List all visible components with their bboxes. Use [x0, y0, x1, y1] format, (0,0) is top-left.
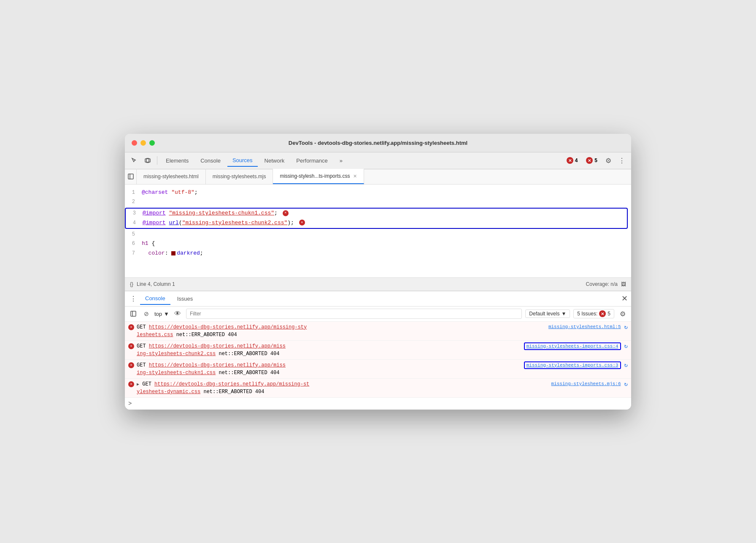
- error-icon-msg1: ✕: [128, 324, 134, 330]
- console-messages: ✕ GET https://devtools-dbg-stories.netli…: [125, 322, 631, 410]
- msg4-expand-icon[interactable]: ▶: [137, 382, 139, 387]
- close-console-icon[interactable]: ✕: [621, 294, 628, 303]
- msg4-url[interactable]: https://devtools-dbg-stories.netlify.app…: [154, 381, 309, 387]
- console-message-3: ✕ GET https://devtools-dbg-stories.netli…: [125, 360, 631, 379]
- svg-rect-0: [145, 159, 150, 162]
- file-tab-close-icon[interactable]: ✕: [353, 174, 357, 179]
- line-content-7: color: darkred;: [142, 249, 631, 258]
- msg3-refresh-icon[interactable]: ↻: [624, 361, 628, 369]
- tab-elements[interactable]: Elements: [161, 155, 194, 166]
- code-line-4: 4 @import url("missing-stylesheets-chunk…: [126, 218, 627, 228]
- msg2-url[interactable]: https://devtools-dbg-stories.netlify.app…: [149, 343, 286, 349]
- toolbar-separator-1: [157, 156, 157, 165]
- line-number-2: 2: [125, 198, 142, 206]
- console-tab-console[interactable]: Console: [140, 293, 170, 305]
- msg3-url[interactable]: https://devtools-dbg-stories.netlify.app…: [149, 362, 286, 368]
- coverage-icon[interactable]: 🖼: [621, 281, 626, 287]
- coverage-label: Coverage: n/a: [586, 281, 618, 287]
- code-line-2: 2: [125, 197, 631, 207]
- sidebar-toggle[interactable]: [125, 169, 137, 184]
- msg1-url[interactable]: https://devtools-dbg-stories.netlify.app…: [149, 324, 307, 330]
- error-highlight-box: 3 @import "missing-stylesheets-chukn1.cs…: [125, 208, 628, 229]
- code-line-3: 3 @import "missing-stylesheets-chukn1.cs…: [126, 209, 627, 218]
- msg3-text: GET https://devtools-dbg-stories.netlify…: [137, 361, 524, 377]
- line-content-2: [142, 198, 631, 206]
- device-icon[interactable]: [142, 155, 154, 166]
- console-filter-input[interactable]: [186, 309, 522, 319]
- issues-label: 5 Issues:: [577, 311, 597, 317]
- context-label: top: [154, 311, 162, 317]
- msg4-refresh-icon[interactable]: ↻: [624, 380, 628, 388]
- console-input-line: >: [125, 398, 631, 410]
- file-tab-mjs[interactable]: missing-stylesheets.mjs: [206, 169, 273, 184]
- line-number-3: 3: [126, 209, 143, 217]
- tab-console[interactable]: Console: [195, 155, 226, 166]
- msg3-url-cont[interactable]: ing-stylesheets-chukn1.css: [137, 370, 216, 376]
- line-number-5: 5: [125, 231, 142, 239]
- error-badge-1[interactable]: ✕ 4: [563, 156, 581, 165]
- settings-icon[interactable]: ⚙: [602, 155, 614, 166]
- console-context-selector[interactable]: top ▼: [154, 311, 169, 317]
- console-levels-dropdown[interactable]: Default levels ▼: [525, 310, 570, 318]
- tab-sources[interactable]: Sources: [227, 155, 258, 167]
- tab-more[interactable]: »: [335, 155, 348, 166]
- msg4-source[interactable]: missing-stylesheets.mjs:6: [551, 381, 621, 386]
- error-badge-2[interactable]: ✕ 5: [583, 156, 601, 165]
- status-bar-right: Coverage: n/a 🖼: [586, 281, 626, 287]
- tab-network[interactable]: Network: [259, 155, 290, 166]
- line-content-6: h1 {: [142, 239, 631, 248]
- msg2-source[interactable]: missing-stylesheets-imports.css:4: [524, 342, 621, 350]
- file-tab-css[interactable]: missing-stylesh...ts-imports.css ✕: [273, 169, 364, 184]
- line-number-4: 4: [126, 219, 143, 227]
- clear-console-icon[interactable]: ⊘: [142, 309, 151, 318]
- maximize-button[interactable]: [149, 140, 155, 146]
- console-sidebar-toggle[interactable]: [128, 309, 138, 319]
- inspect-icon[interactable]: [128, 155, 140, 166]
- line-content-1: @charset "utf-8";: [142, 188, 631, 197]
- issues-count-badge[interactable]: 5 Issues: ✕ 5: [573, 309, 614, 318]
- msg2-refresh-icon[interactable]: ↻: [624, 342, 628, 350]
- console-tab-issues[interactable]: Issues: [172, 293, 198, 304]
- code-line-5: 5: [125, 230, 631, 239]
- tab-performance[interactable]: Performance: [291, 155, 332, 166]
- console-message-2: ✕ GET https://devtools-dbg-stories.netli…: [125, 341, 631, 360]
- file-tab-html[interactable]: missing-stylesheets.html: [137, 169, 206, 184]
- devtools-window: DevTools - devtools-dbg-stories.netlify.…: [125, 134, 631, 410]
- console-menu-icon[interactable]: ⋮: [128, 293, 138, 304]
- line-content-4: @import url("missing-stylesheets-chunk2.…: [143, 219, 627, 228]
- console-prompt-icon: >: [128, 400, 132, 407]
- titlebar: DevTools - devtools-dbg-stories.netlify.…: [125, 134, 631, 152]
- console-message-1: ✕ GET https://devtools-dbg-stories.netli…: [125, 322, 631, 341]
- line-number-6: 6: [125, 240, 142, 248]
- msg4-text: ▶ GET https://devtools-dbg-stories.netli…: [137, 380, 551, 396]
- minimize-button[interactable]: [140, 140, 146, 146]
- error-icon-msg2: ✕: [128, 343, 134, 349]
- console-eye-icon[interactable]: 👁: [173, 309, 183, 319]
- console-toolbar: ⊘ top ▼ 👁 Default levels ▼ 5 Issues: ✕ 5…: [125, 307, 631, 322]
- code-line-7: 7 color: darkred;: [125, 249, 631, 258]
- msg1-refresh-icon[interactable]: ↻: [624, 323, 628, 331]
- msg4-url-cont[interactable]: ylesheets-dynamic.css: [137, 389, 200, 395]
- issues-error-icon: ✕: [599, 310, 606, 317]
- file-tab-mjs-label: missing-stylesheets.mjs: [213, 174, 266, 179]
- msg2-url-cont[interactable]: ing-stylesheets-chunk2.css: [137, 351, 216, 357]
- console-settings-icon[interactable]: ⚙: [618, 309, 628, 319]
- status-bar: {} Line 4, Column 1 Coverage: n/a 🖼: [125, 277, 631, 291]
- msg1-url-cont[interactable]: lesheets.css: [137, 332, 173, 338]
- more-icon[interactable]: ⋮: [616, 155, 628, 166]
- format-icon[interactable]: {}: [130, 281, 133, 287]
- svg-rect-4: [131, 311, 136, 316]
- main-toolbar: Elements Console Sources Network Perform…: [125, 152, 631, 169]
- msg2-text: GET https://devtools-dbg-stories.netlify…: [137, 342, 524, 358]
- msg1-text: GET https://devtools-dbg-stories.netlify…: [137, 323, 548, 339]
- error-count-2: 5: [594, 157, 597, 163]
- error-icon-2: ✕: [586, 157, 593, 164]
- code-line-6: 6 h1 {: [125, 239, 631, 249]
- msg1-source[interactable]: missing-stylesheets.html:5: [548, 324, 621, 329]
- console-tabs-bar: ⋮ Console Issues ✕: [125, 291, 631, 307]
- context-dropdown-icon: ▼: [164, 311, 169, 317]
- close-button[interactable]: [132, 140, 137, 146]
- msg3-source[interactable]: missing-stylesheets-imports.css:3: [524, 361, 621, 369]
- code-editor: 1 @charset "utf-8"; 2 3 @import "missing…: [125, 185, 631, 277]
- console-panel: ⋮ Console Issues ✕ ⊘ top ▼ 👁 Default lev…: [125, 291, 631, 410]
